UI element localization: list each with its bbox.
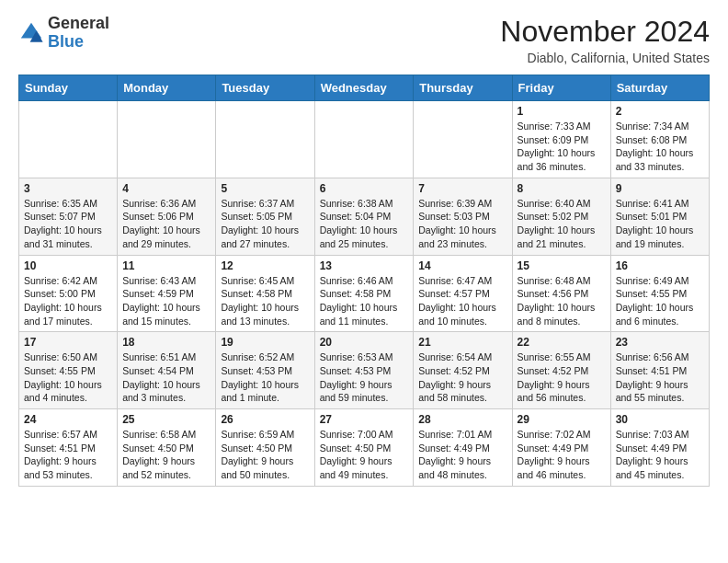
calendar-cell: 11Sunrise: 6:43 AM Sunset: 4:59 PM Dayli…	[118, 255, 216, 332]
day-info: Sunrise: 6:36 AM Sunset: 5:06 PM Dayligh…	[122, 197, 210, 251]
calendar-cell: 10Sunrise: 6:42 AM Sunset: 5:00 PM Dayli…	[19, 255, 118, 332]
calendar-cell: 26Sunrise: 6:59 AM Sunset: 4:50 PM Dayli…	[216, 409, 314, 487]
day-number: 23	[616, 336, 704, 349]
day-info: Sunrise: 6:38 AM Sunset: 5:04 PM Dayligh…	[320, 197, 409, 251]
calendar-cell: 20Sunrise: 6:53 AM Sunset: 4:53 PM Dayli…	[314, 332, 414, 409]
day-number: 16	[616, 259, 704, 272]
calendar-cell: 7Sunrise: 6:39 AM Sunset: 5:03 PM Daylig…	[414, 178, 512, 255]
day-info: Sunrise: 6:40 AM Sunset: 5:02 PM Dayligh…	[518, 197, 606, 251]
day-info: Sunrise: 6:59 AM Sunset: 4:50 PM Dayligh…	[221, 428, 309, 482]
calendar-cell: 14Sunrise: 6:47 AM Sunset: 4:57 PM Dayli…	[414, 255, 512, 332]
day-number: 27	[320, 413, 409, 426]
day-number: 19	[221, 336, 309, 349]
day-number: 4	[122, 182, 210, 195]
calendar-cell: 25Sunrise: 6:58 AM Sunset: 4:50 PM Dayli…	[118, 409, 216, 487]
logo-general: General	[48, 14, 109, 32]
calendar-cell: 22Sunrise: 6:55 AM Sunset: 4:52 PM Dayli…	[512, 332, 610, 409]
calendar-cell: 18Sunrise: 6:51 AM Sunset: 4:54 PM Dayli…	[118, 332, 216, 409]
day-info: Sunrise: 7:03 AM Sunset: 4:49 PM Dayligh…	[616, 428, 704, 482]
calendar-cell	[118, 101, 216, 178]
day-info: Sunrise: 6:50 AM Sunset: 4:55 PM Dayligh…	[24, 350, 112, 405]
day-info: Sunrise: 7:00 AM Sunset: 4:50 PM Dayligh…	[320, 428, 409, 482]
location: Diablo, California, United States	[500, 51, 710, 65]
day-info: Sunrise: 7:33 AM Sunset: 6:09 PM Dayligh…	[518, 120, 606, 174]
day-number: 26	[221, 413, 309, 426]
day-number: 14	[418, 259, 506, 272]
weekday-header: Sunday	[19, 75, 118, 101]
title-area: November 2024 Diablo, California, United…	[500, 15, 710, 65]
day-number: 9	[616, 182, 704, 195]
day-info: Sunrise: 6:56 AM Sunset: 4:51 PM Dayligh…	[616, 350, 704, 405]
day-info: Sunrise: 6:35 AM Sunset: 5:07 PM Dayligh…	[24, 197, 112, 251]
calendar-row: 1Sunrise: 7:33 AM Sunset: 6:09 PM Daylig…	[19, 101, 710, 178]
day-number: 1	[518, 105, 606, 118]
day-number: 13	[320, 259, 409, 272]
day-info: Sunrise: 6:45 AM Sunset: 4:58 PM Dayligh…	[221, 274, 309, 328]
day-info: Sunrise: 6:58 AM Sunset: 4:50 PM Dayligh…	[122, 428, 210, 482]
calendar-cell: 8Sunrise: 6:40 AM Sunset: 5:02 PM Daylig…	[512, 178, 610, 255]
day-info: Sunrise: 6:46 AM Sunset: 4:58 PM Dayligh…	[320, 274, 409, 328]
calendar-cell: 28Sunrise: 7:01 AM Sunset: 4:49 PM Dayli…	[414, 409, 512, 487]
calendar-cell: 1Sunrise: 7:33 AM Sunset: 6:09 PM Daylig…	[512, 101, 610, 178]
day-number: 6	[320, 182, 409, 195]
calendar-cell	[314, 101, 414, 178]
calendar-cell: 30Sunrise: 7:03 AM Sunset: 4:49 PM Dayli…	[610, 409, 709, 487]
day-info: Sunrise: 6:51 AM Sunset: 4:54 PM Dayligh…	[122, 350, 210, 405]
day-info: Sunrise: 6:37 AM Sunset: 5:05 PM Dayligh…	[221, 197, 309, 251]
day-number: 21	[418, 336, 506, 349]
day-number: 3	[24, 182, 112, 195]
calendar-cell: 13Sunrise: 6:46 AM Sunset: 4:58 PM Dayli…	[314, 255, 414, 332]
day-info: Sunrise: 6:43 AM Sunset: 4:59 PM Dayligh…	[122, 274, 210, 328]
calendar-row: 17Sunrise: 6:50 AM Sunset: 4:55 PM Dayli…	[19, 332, 710, 409]
weekday-header: Wednesday	[314, 75, 414, 101]
day-number: 17	[24, 336, 112, 349]
month-title: November 2024	[500, 15, 710, 49]
day-number: 24	[24, 413, 112, 426]
day-info: Sunrise: 7:02 AM Sunset: 4:49 PM Dayligh…	[518, 428, 606, 482]
day-number: 22	[518, 336, 606, 349]
logo-icon	[18, 20, 44, 46]
day-info: Sunrise: 6:57 AM Sunset: 4:51 PM Dayligh…	[24, 428, 112, 482]
day-info: Sunrise: 7:34 AM Sunset: 6:08 PM Dayligh…	[616, 120, 704, 174]
calendar-row: 3Sunrise: 6:35 AM Sunset: 5:07 PM Daylig…	[19, 178, 710, 255]
calendar-cell: 27Sunrise: 7:00 AM Sunset: 4:50 PM Dayli…	[314, 409, 414, 487]
weekday-header: Friday	[512, 75, 610, 101]
calendar-cell: 17Sunrise: 6:50 AM Sunset: 4:55 PM Dayli…	[19, 332, 118, 409]
calendar-cell: 21Sunrise: 6:54 AM Sunset: 4:52 PM Dayli…	[414, 332, 512, 409]
day-info: Sunrise: 6:42 AM Sunset: 5:00 PM Dayligh…	[24, 274, 112, 328]
calendar-row: 24Sunrise: 6:57 AM Sunset: 4:51 PM Dayli…	[19, 409, 710, 487]
weekday-header: Saturday	[610, 75, 709, 101]
calendar-cell: 2Sunrise: 7:34 AM Sunset: 6:08 PM Daylig…	[610, 101, 709, 178]
weekday-header: Monday	[118, 75, 216, 101]
calendar-cell: 15Sunrise: 6:48 AM Sunset: 4:56 PM Dayli…	[512, 255, 610, 332]
weekday-header-row: SundayMondayTuesdayWednesdayThursdayFrid…	[19, 75, 710, 101]
day-number: 30	[616, 413, 704, 426]
day-info: Sunrise: 6:41 AM Sunset: 5:01 PM Dayligh…	[616, 197, 704, 251]
day-number: 18	[122, 336, 210, 349]
calendar-cell: 3Sunrise: 6:35 AM Sunset: 5:07 PM Daylig…	[19, 178, 118, 255]
calendar-cell: 23Sunrise: 6:56 AM Sunset: 4:51 PM Dayli…	[610, 332, 709, 409]
day-number: 5	[221, 182, 309, 195]
calendar-cell: 9Sunrise: 6:41 AM Sunset: 5:01 PM Daylig…	[610, 178, 709, 255]
calendar-cell: 19Sunrise: 6:52 AM Sunset: 4:53 PM Dayli…	[216, 332, 314, 409]
day-info: Sunrise: 6:48 AM Sunset: 4:56 PM Dayligh…	[518, 274, 606, 328]
weekday-header: Tuesday	[216, 75, 314, 101]
calendar-cell: 16Sunrise: 6:49 AM Sunset: 4:55 PM Dayli…	[610, 255, 709, 332]
day-info: Sunrise: 6:54 AM Sunset: 4:52 PM Dayligh…	[418, 350, 506, 405]
day-number: 15	[518, 259, 606, 272]
day-number: 29	[518, 413, 606, 426]
day-number: 11	[122, 259, 210, 272]
day-info: Sunrise: 6:53 AM Sunset: 4:53 PM Dayligh…	[320, 350, 409, 405]
day-info: Sunrise: 7:01 AM Sunset: 4:49 PM Dayligh…	[418, 428, 506, 482]
calendar-cell: 6Sunrise: 6:38 AM Sunset: 5:04 PM Daylig…	[314, 178, 414, 255]
calendar-cell: 4Sunrise: 6:36 AM Sunset: 5:06 PM Daylig…	[118, 178, 216, 255]
calendar-cell	[216, 101, 314, 178]
calendar-row: 10Sunrise: 6:42 AM Sunset: 5:00 PM Dayli…	[19, 255, 710, 332]
calendar-cell: 12Sunrise: 6:45 AM Sunset: 4:58 PM Dayli…	[216, 255, 314, 332]
day-number: 7	[418, 182, 506, 195]
day-number: 25	[122, 413, 210, 426]
weekday-header: Thursday	[414, 75, 512, 101]
calendar-cell: 29Sunrise: 7:02 AM Sunset: 4:49 PM Dayli…	[512, 409, 610, 487]
day-info: Sunrise: 6:39 AM Sunset: 5:03 PM Dayligh…	[418, 197, 506, 251]
day-number: 2	[616, 105, 704, 118]
